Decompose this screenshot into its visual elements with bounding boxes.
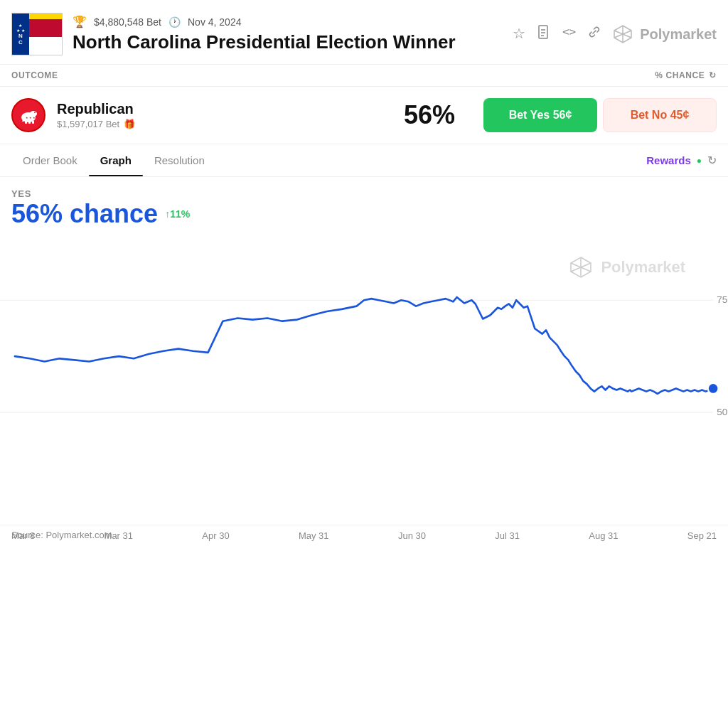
- tabs-right: Rewards ● ↻: [646, 154, 717, 167]
- bet-buttons: Bet Yes 56¢ Bet No 45¢: [483, 98, 717, 132]
- bet-date: Nov 4, 2024: [188, 16, 242, 28]
- rewards-active-dot: ●: [697, 156, 702, 166]
- header-icons[interactable]: ☆ <>: [513, 25, 601, 44]
- x-label-may31: May 31: [299, 530, 329, 541]
- tab-resolution[interactable]: Resolution: [143, 144, 216, 176]
- page-title: North Carolina Presidential Election Win…: [73, 31, 456, 53]
- outcome-row: ★ ★ ★ Republican $1,597,017 Bet 🎁 56% Be…: [0, 87, 728, 144]
- polymarket-logo: Polymarket: [611, 23, 717, 46]
- header-meta: 🏆 $4,880,548 Bet 🕐 Nov 4, 2024 North Car…: [73, 15, 456, 53]
- outcome-name: Republican: [57, 101, 375, 117]
- graph-area: YES 56% chance ↑11% Polymarket 75% 50%: [0, 177, 728, 545]
- polymarket-text: Polymarket: [640, 26, 717, 43]
- svg-text:★ ★ ★: ★ ★ ★: [26, 116, 36, 119]
- x-label-apr30: Apr 30: [202, 530, 229, 541]
- x-label-aug31: Aug 31: [589, 530, 618, 541]
- x-label-sep21: Sep 21: [687, 530, 717, 541]
- chance-value: 56% chance: [11, 199, 158, 229]
- x-axis-labels: Mar 8 Mar 31 Apr 30 May 31 Jun 30 Jul 31…: [0, 528, 728, 541]
- svg-rect-7: [25, 121, 27, 124]
- gift-icon: 🎁: [124, 119, 135, 129]
- svg-rect-8: [28, 121, 31, 124]
- watermark-icon: [568, 255, 594, 280]
- x-label-jul31: Jul 31: [495, 530, 520, 541]
- chance-refresh-icon[interactable]: ↻: [709, 70, 717, 80]
- trophy-icon: 🏆: [73, 15, 87, 28]
- state-flag: ★★ ★ NC: [11, 13, 63, 55]
- bet-no-button[interactable]: Bet No 45¢: [603, 98, 717, 132]
- svg-point-15: [708, 383, 719, 394]
- svg-rect-0: [539, 26, 547, 38]
- bet-yes-button[interactable]: Bet Yes 56¢: [483, 98, 597, 132]
- chance-display: 56% chance ↑11%: [11, 199, 717, 229]
- outcome-header: OUTCOME % CHANCE ↻: [0, 65, 728, 87]
- tabs-refresh-icon[interactable]: ↻: [707, 154, 717, 167]
- watermark-text: Polymarket: [601, 258, 685, 277]
- chart-container: Polymarket 75% 50% Mar 8 Mar 31 Apr 30 M…: [0, 240, 728, 525]
- x-label-mar31: Mar 31: [105, 530, 133, 541]
- link-icon[interactable]: [587, 25, 601, 44]
- svg-text:50%: 50%: [717, 407, 728, 417]
- tabs-row: Order Book Graph Resolution Rewards ● ↻: [0, 144, 728, 177]
- tab-order-book[interactable]: Order Book: [11, 144, 89, 176]
- outcome-bet: $1,597,017 Bet 🎁: [57, 119, 375, 129]
- svg-point-6: [34, 112, 36, 113]
- x-label-mar8: Mar 8: [11, 530, 35, 541]
- clock-icon: 🕐: [168, 16, 181, 28]
- polymarket-logo-icon: [611, 23, 634, 46]
- outcome-chance: 56%: [387, 100, 472, 130]
- star-icon[interactable]: ☆: [513, 25, 525, 44]
- republican-icon: ★ ★ ★: [11, 98, 46, 132]
- document-icon[interactable]: [537, 25, 551, 44]
- rewards-link[interactable]: Rewards: [646, 154, 691, 166]
- header-right: ☆ <> Polymarket: [513, 23, 717, 46]
- code-icon[interactable]: <>: [562, 25, 576, 44]
- yes-label: YES: [11, 188, 717, 199]
- header-stats: 🏆 $4,880,548 Bet 🕐 Nov 4, 2024: [73, 15, 456, 28]
- flag-stars: ★★ ★: [16, 23, 25, 33]
- graph-header: YES 56% chance ↑11%: [0, 188, 728, 233]
- outcome-col-label: OUTCOME: [11, 70, 655, 80]
- polymarket-watermark: Polymarket: [568, 255, 685, 280]
- chance-col-label: % CHANCE ↻: [655, 70, 717, 80]
- outcome-info: Republican $1,597,017 Bet 🎁: [57, 101, 375, 129]
- page-header: ★★ ★ NC 🏆 $4,880,548 Bet 🕐 Nov 4, 2024 N…: [0, 0, 728, 65]
- bet-amount: $4,880,548 Bet: [94, 16, 161, 28]
- price-chart: 75% 50%: [0, 240, 728, 525]
- svg-text:75%: 75%: [717, 294, 728, 305]
- flag-nc: NC: [18, 33, 23, 46]
- x-label-jun30: Jun 30: [398, 530, 426, 541]
- tab-graph[interactable]: Graph: [89, 144, 143, 176]
- svg-rect-9: [32, 121, 34, 124]
- change-indicator: ↑11%: [165, 208, 190, 220]
